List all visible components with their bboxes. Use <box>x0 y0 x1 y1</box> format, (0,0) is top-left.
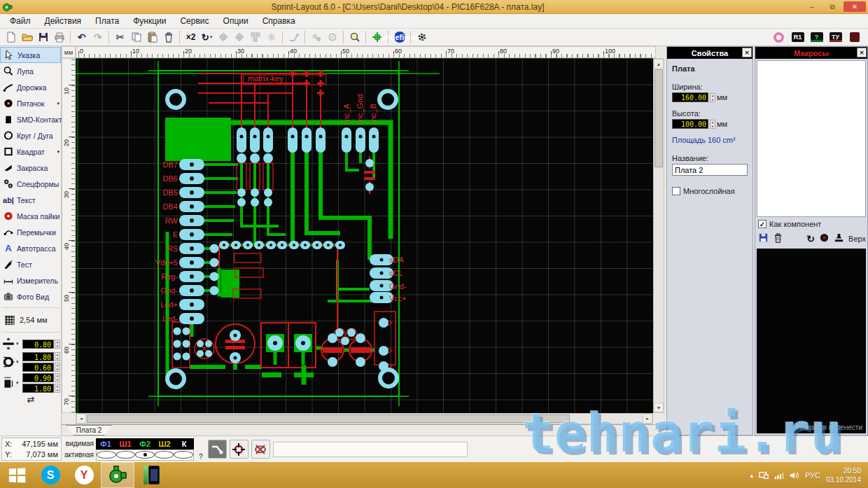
tool-dropdown[interactable]: ▾ <box>57 101 59 106</box>
mirror-vertical-button[interactable] <box>231 29 247 45</box>
labels-r1-button[interactable]: R1 <box>790 29 806 45</box>
tool-test[interactable]: Тест <box>0 256 61 272</box>
scroll-up-button[interactable]: ▲ <box>654 59 664 69</box>
macros-close-button[interactable]: ✕ <box>857 48 867 57</box>
track-width-field[interactable]: 0.80 <box>22 340 54 349</box>
align-button[interactable] <box>247 29 263 45</box>
rotate-button[interactable]: ↻▾ <box>199 29 215 45</box>
taskbar-sprint-layout[interactable] <box>101 462 134 488</box>
smd-width-field[interactable]: 0.90 <box>22 373 54 382</box>
macro-pad-button[interactable] <box>819 232 830 245</box>
vertical-scroll-thumb[interactable] <box>654 69 663 167</box>
board-width-stepper[interactable]: ▲▼ <box>710 93 715 102</box>
tool-text[interactable]: ab|Текст <box>0 192 61 208</box>
crosshair-mode-button[interactable] <box>230 440 248 459</box>
layer-name-Ш2[interactable]: Ш2 <box>155 438 174 449</box>
layer-help[interactable]: ? <box>199 453 203 462</box>
menu-item-2[interactable]: Действия <box>38 14 89 28</box>
paste-button[interactable] <box>144 29 160 45</box>
undo-button[interactable]: ↶ <box>74 29 90 45</box>
board-height-field[interactable]: 100.00 <box>672 119 708 129</box>
smd-width-stepper[interactable]: ▲▼ <box>55 373 60 382</box>
macro-delete-button[interactable] <box>773 232 783 245</box>
tool-cursor[interactable]: Указка <box>0 47 61 63</box>
tool-measure[interactable]: Измеритель <box>0 272 61 288</box>
as-component-checkbox[interactable]: ✓ <box>758 220 766 228</box>
print-button[interactable] <box>51 29 67 45</box>
tool-photo-view[interactable]: Фото Вид <box>0 288 61 305</box>
tu-panel-button[interactable]: ТУ <box>827 29 844 45</box>
track-width-dropdown[interactable]: ▾ <box>16 341 22 347</box>
check-values-button[interactable]: ? <box>808 29 825 45</box>
hot-panel-button[interactable] <box>846 29 862 45</box>
pcb-canvas[interactable]: DB7DB6DB5DB4RWERSVdd+5Reg-Gnd-Led+Led-sD… <box>76 58 653 413</box>
scroll-down-button[interactable]: ▼ <box>654 403 664 412</box>
board-name-input[interactable] <box>672 164 748 176</box>
solder-mask-a-button[interactable] <box>308 29 324 45</box>
redo-button[interactable]: ↷ <box>90 29 106 45</box>
layer-radio-Ш1[interactable] <box>116 451 136 459</box>
layer-radio-Ш2[interactable] <box>155 451 174 459</box>
taskbar-skype[interactable]: S <box>34 462 67 488</box>
tool-dropdown[interactable]: ▾ <box>57 149 59 155</box>
macro-stamp-button[interactable] <box>834 232 844 245</box>
language-indicator[interactable]: РУС <box>805 471 820 480</box>
smd-size-dropdown[interactable]: ▾ <box>16 380 22 386</box>
tool-smd[interactable]: SMD-Контакт <box>0 111 61 127</box>
track-width-stepper[interactable]: ▲▼ <box>55 340 60 349</box>
macro-rotate-button[interactable]: ↻ <box>806 234 815 244</box>
bend-mode-button[interactable] <box>286 29 302 45</box>
layer-name-Ф1[interactable]: Ф1 <box>96 438 115 449</box>
close-button[interactable]: ✕ <box>844 1 866 12</box>
pad-size-dropdown[interactable]: ▾ <box>16 359 22 365</box>
tool-fill[interactable]: Закраска <box>0 160 61 176</box>
action-center-icon[interactable] <box>759 471 769 480</box>
zoom-all-button[interactable] <box>346 29 363 45</box>
cut-button[interactable]: ✂ <box>112 29 128 45</box>
save-button[interactable] <box>35 29 51 45</box>
duplicate-x2-button[interactable]: ×2 <box>183 29 199 45</box>
scroll-left-button[interactable]: ◄ <box>76 414 86 424</box>
tool-special-forms[interactable]: Спецформы <box>0 176 61 192</box>
minimize-button[interactable]: – <box>803 1 821 12</box>
info-mode-button[interactable]: undefined <box>391 29 407 45</box>
explode-button[interactable] <box>263 29 279 45</box>
tool-autoroute[interactable]: AАвтотрасса <box>0 240 61 256</box>
tool-square[interactable]: Квадрат▾ <box>0 144 61 160</box>
scroll-right-button[interactable]: ► <box>643 414 652 424</box>
grid-step-button[interactable]: 2,54 мм <box>0 311 61 329</box>
horizontal-scrollbar[interactable]: ◄ ► <box>76 413 653 424</box>
layer-radio-Ф2[interactable] <box>135 451 155 459</box>
network-signal-icon[interactable] <box>774 471 784 480</box>
taskbar-phone-app[interactable] <box>134 462 168 488</box>
menu-item-4[interactable]: Функции <box>126 14 173 28</box>
layer-radio-К[interactable] <box>174 451 193 459</box>
new-document-button[interactable] <box>3 29 19 45</box>
gear-button[interactable] <box>414 29 430 45</box>
board-height-stepper[interactable]: ▲▼ <box>710 120 715 129</box>
menu-item-1[interactable]: Файл <box>3 14 38 28</box>
taskbar-clock[interactable]: 20:50 03.10.2014 <box>826 466 861 484</box>
layer-name-Ф2[interactable]: Ф2 <box>135 438 155 449</box>
board-width-field[interactable]: 160.00 <box>672 92 708 102</box>
no-connection-button[interactable] <box>251 440 270 459</box>
tool-magnifier[interactable]: Лупа <box>0 63 61 79</box>
tray-expand-icon[interactable]: ▴ <box>750 472 753 479</box>
tool-pad[interactable]: Пятачок▾ <box>0 95 61 111</box>
menu-item-5[interactable]: Сервис <box>173 14 216 28</box>
open-file-button[interactable] <box>19 29 35 45</box>
volume-icon[interactable] <box>790 471 799 480</box>
start-button[interactable] <box>0 462 34 488</box>
tool-trace[interactable]: Дорожка <box>0 79 61 95</box>
macro-save-button[interactable] <box>758 232 769 245</box>
solder-mask-b-button[interactable] <box>324 29 340 45</box>
pad-outer-stepper[interactable]: ▲▼ <box>55 352 60 361</box>
menu-item-7[interactable]: Справка <box>255 14 302 28</box>
mirror-horizontal-button[interactable] <box>215 29 231 45</box>
tool-jumper[interactable]: Перемычки <box>0 224 61 240</box>
menu-item-6[interactable]: Опции <box>216 14 255 28</box>
vertical-scrollbar[interactable]: ▲ ▼ <box>653 58 664 413</box>
horizontal-scroll-thumb[interactable] <box>87 414 570 423</box>
layer-name-К[interactable]: К <box>174 438 194 449</box>
multilayer-checkbox[interactable] <box>672 187 680 195</box>
